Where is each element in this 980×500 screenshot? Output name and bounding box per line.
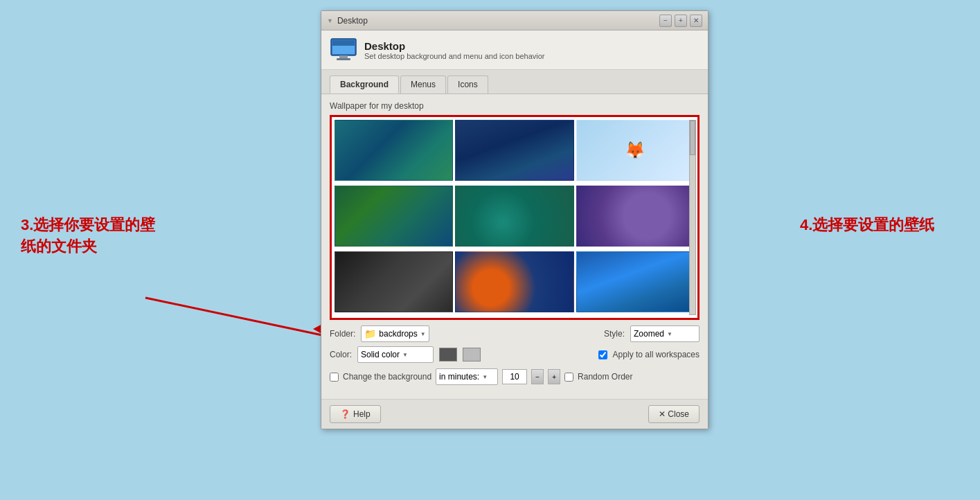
app-description: Set desktop background and menu and icon… <box>364 52 545 60</box>
wallpaper-item-7[interactable] <box>335 251 453 312</box>
minutes-dropdown[interactable]: in minutes: ▼ <box>436 368 498 385</box>
tab-background[interactable]: Background <box>330 75 399 93</box>
folder-style-row: Folder: 📁 backdrops ▼ Style: Zoomed ▼ <box>330 325 700 342</box>
minutes-dropdown-arrow: ▼ <box>482 374 488 380</box>
grid-scrollbar-thumb[interactable] <box>690 120 695 155</box>
window-title: Desktop <box>337 16 368 26</box>
tabs-bar: Background Menus Icons <box>321 70 708 94</box>
apply-all-workspaces-checkbox[interactable] <box>598 350 607 359</box>
dialog-header: Desktop Set desktop background and menu … <box>321 30 708 70</box>
help-label: Help <box>353 409 371 419</box>
color-value: Solid color <box>361 350 400 359</box>
dialog-content: Wallpaper for my desktop Folder: � <box>321 94 708 399</box>
change-bg-checkbox[interactable] <box>330 373 339 382</box>
annotation-right: 4.选择要设置的壁纸 <box>800 215 938 235</box>
minutes-increment-button[interactable]: + <box>548 369 560 384</box>
color-row: Color: Solid color ▼ Apply to all worksp… <box>330 346 700 363</box>
minutes-label-text: in minutes: <box>439 372 479 382</box>
title-arrow: ▼ <box>327 17 333 24</box>
title-bar-left: ▼ Desktop <box>327 16 368 26</box>
close-label: ✕ Close <box>659 409 689 419</box>
change-bg-row: Change the background in minutes: ▼ − + … <box>330 368 700 385</box>
style-dropdown-arrow: ▼ <box>667 331 672 337</box>
annotation-right-text: 4.选择要设置的壁纸 <box>800 216 934 233</box>
dialog-window: ▼ Desktop − + ✕ Desktop Set desktop back… <box>321 10 709 429</box>
wallpaper-item-8[interactable] <box>455 251 573 312</box>
annotation-left-text: 3.选择你要设置的壁 纸的文件夹 <box>21 216 155 255</box>
header-text: Desktop Set desktop background and menu … <box>364 40 545 60</box>
tab-menus[interactable]: Menus <box>400 75 446 93</box>
tab-icons[interactable]: Icons <box>447 75 488 93</box>
apply-label: Apply to all workspaces <box>613 350 700 359</box>
change-bg-label: Change the background <box>343 372 431 382</box>
dialog-footer: ❓ Help ✕ Close <box>321 399 708 429</box>
svg-rect-6 <box>337 58 350 60</box>
svg-line-0 <box>145 298 326 336</box>
random-order-label: Random Order <box>578 372 632 382</box>
wallpaper-item-9[interactable] <box>576 251 695 312</box>
grid-scrollbar[interactable] <box>689 120 696 315</box>
app-name: Desktop <box>364 40 545 52</box>
folder-icon: 📁 <box>364 328 376 339</box>
monitor-icon <box>330 37 357 62</box>
color-swatch-light[interactable] <box>463 348 481 361</box>
random-order-checkbox[interactable] <box>564 373 573 382</box>
maximize-button[interactable]: + <box>675 15 687 27</box>
wallpaper-section-label: Wallpaper for my desktop <box>330 101 700 111</box>
folder-dropdown[interactable]: 📁 backdrops ▼ <box>361 325 429 342</box>
close-button[interactable]: ✕ Close <box>648 405 700 423</box>
folder-dropdown-arrow: ▼ <box>420 331 426 337</box>
annotation-arrow <box>139 291 339 346</box>
color-swatch-dark[interactable] <box>439 348 457 361</box>
wallpaper-grid-wrapper <box>330 115 700 320</box>
title-bar: ▼ Desktop − + ✕ <box>321 11 708 30</box>
help-button[interactable]: ❓ Help <box>330 405 381 423</box>
folder-value: backdrops <box>379 329 417 339</box>
wallpaper-item-4[interactable] <box>335 186 453 247</box>
title-controls: − + ✕ <box>659 15 702 27</box>
style-value: Zoomed <box>634 329 664 339</box>
style-label: Style: <box>604 329 625 339</box>
wallpaper-item-6[interactable] <box>576 186 695 247</box>
wallpaper-grid <box>332 117 697 318</box>
svg-rect-4 <box>332 40 355 46</box>
help-icon: ❓ <box>340 409 350 419</box>
wallpaper-item-5[interactable] <box>455 186 573 247</box>
wallpaper-item-1[interactable] <box>335 120 453 181</box>
minimize-button[interactable]: − <box>659 15 672 27</box>
minutes-decrement-button[interactable]: − <box>531 369 544 384</box>
minutes-input[interactable] <box>502 369 527 384</box>
wallpaper-item-2[interactable] <box>455 120 573 181</box>
color-dropdown-arrow: ▼ <box>402 352 408 358</box>
color-label: Color: <box>330 350 352 359</box>
annotation-left: 3.选择你要设置的壁 纸的文件夹 <box>21 215 201 258</box>
svg-rect-5 <box>339 55 348 58</box>
wallpaper-item-3[interactable] <box>576 120 695 181</box>
style-dropdown[interactable]: Zoomed ▼ <box>630 325 700 342</box>
window-close-button[interactable]: ✕ <box>690 15 702 27</box>
color-dropdown[interactable]: Solid color ▼ <box>357 346 434 363</box>
folder-label: Folder: <box>330 329 355 339</box>
